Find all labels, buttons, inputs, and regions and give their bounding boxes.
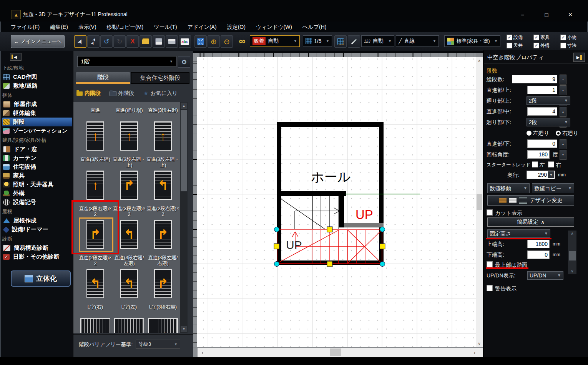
subtab-outer-stairs[interactable]: 外階段 — [110, 90, 134, 97]
starter-left-checkbox[interactable] — [532, 161, 538, 168]
winder-bottom-dropdown[interactable]: 2段▼ — [527, 118, 570, 126]
tab-apartment-outer-stairs[interactable]: 集合住宅外階段 — [131, 72, 189, 84]
sidebar-item-curtain[interactable]: カーテン — [2, 154, 72, 163]
straight-top-input[interactable] — [527, 86, 557, 94]
barrier-free-dropdown[interactable]: 等級3▼ — [136, 340, 180, 349]
multi-select-tool-button[interactable]: ➤➤ — [87, 35, 100, 48]
menu-help[interactable]: ヘルプ(H) — [302, 24, 326, 31]
open-button[interactable] — [140, 35, 152, 48]
menu-view[interactable]: 表示(V) — [78, 24, 96, 31]
text-abc-button[interactable]: abc — [179, 35, 191, 48]
top-height-input[interactable] — [527, 240, 550, 248]
menu-tools[interactable]: ツール(T) — [154, 24, 177, 31]
sidebar-item-room-create[interactable]: 部屋作成 — [2, 100, 72, 109]
warning-checkbox[interactable] — [487, 285, 493, 291]
stair-item[interactable]: 直進(2段左廻)×2↰ — [78, 255, 112, 298]
turn-right-radio[interactable]: 右廻り — [556, 128, 578, 138]
scroll-down-icon[interactable]: ∨ — [476, 340, 483, 347]
select-tool-button[interactable]: ➤ — [74, 35, 86, 48]
measure-tool-button[interactable] — [348, 35, 360, 48]
bottom-height-input[interactable] — [527, 251, 550, 259]
scrollbar-thumb[interactable] — [181, 110, 187, 191]
subtab-favorites[interactable]: ★お気に入り — [143, 90, 178, 97]
canvas-vertical-scrollbar[interactable]: ∧ ∨ — [476, 57, 483, 347]
menu-addin[interactable]: アドイン(A) — [188, 24, 217, 31]
tab-stairs[interactable]: 階段 — [76, 72, 130, 84]
scroll-down-icon[interactable]: ∨ — [568, 268, 576, 274]
stair-item[interactable]: 直進(3段左廻・上)↰ — [146, 157, 180, 200]
sidebar-item-exterior[interactable]: 外構 — [2, 189, 72, 198]
sidebar-item-dormer[interactable]: 設備/ドーマー — [2, 225, 72, 234]
straight-bottom-input[interactable] — [527, 139, 557, 148]
redo-button[interactable]: ↻ — [113, 35, 126, 48]
menu-edit[interactable]: 編集(E) — [50, 24, 68, 31]
menu-settings[interactable]: 設定(O) — [227, 24, 246, 31]
minimize-button[interactable]: − — [514, 9, 532, 20]
render-style-dropdown[interactable]: 標準(家具・塗)▼ — [444, 35, 500, 47]
maximize-button[interactable]: □ — [538, 9, 555, 20]
zoom-in-button[interactable]: ⊕ — [208, 35, 220, 48]
sidebar-item-cad[interactable]: CAD作図 — [2, 73, 72, 81]
design-change-button[interactable]: デザイン変更 — [487, 195, 574, 206]
floor-select-dropdown[interactable]: 1階▼ — [77, 56, 176, 67]
sidebar-collapse-button[interactable]: ◀ — [10, 53, 22, 61]
scroll-right-icon[interactable]: › — [470, 348, 479, 357]
scroll-up-icon[interactable]: ▲ — [181, 103, 187, 109]
sidebar-item-structure-diagnosis[interactable]: 簡易構造診断 — [2, 244, 72, 252]
line-style-dropdown[interactable]: ╱ 直線▼ — [396, 35, 439, 47]
height-mode-dropdown[interactable]: 固定高さ▼ — [487, 229, 550, 238]
toggle-small-items[interactable]: ✓小物 — [560, 33, 587, 41]
sidebar-item-roof-create[interactable]: 屋根作成 — [2, 216, 72, 225]
scroll-up-icon[interactable]: ∧ — [568, 231, 576, 237]
close-button[interactable]: × — [561, 9, 579, 20]
canvas-horizontal-scrollbar[interactable]: ‹ › — [193, 348, 483, 357]
sidebar-item-lighting[interactable]: 照明・天井器具 — [2, 180, 72, 189]
stair-item[interactable]: 直進(2段右廻)×2↱ — [146, 206, 180, 249]
stair-item[interactable]: 直進(3段右廻)↑ — [146, 108, 180, 151]
scrollbar-thumb[interactable] — [569, 251, 576, 260]
stair-item[interactable]: 直進(3段右廻・上)↱ — [112, 157, 146, 200]
dimension-mode-dropdown[interactable]: 123 自動▼ — [361, 35, 394, 47]
stair-item-l-left[interactable]: L字(左)← — [112, 304, 146, 333]
menu-file[interactable]: ファイル(F) — [11, 24, 40, 31]
undo-button[interactable]: ↺ — [100, 35, 113, 48]
stair-item[interactable]: 直進(3段左廻)↑ — [78, 157, 112, 200]
delete-button[interactable]: X — [126, 35, 139, 48]
continuous-input-button[interactable]: ∞ — [236, 35, 248, 47]
stair-item-l-right[interactable]: L字(右)→ — [78, 304, 112, 333]
sidebar-item-furniture[interactable]: 家具 — [2, 171, 72, 180]
stepper[interactable]: ▲▼ — [560, 85, 566, 95]
starter-right-checkbox[interactable] — [548, 161, 554, 168]
scroll-down-icon[interactable]: ▼ — [181, 326, 187, 332]
toggle-furniture[interactable]: ✓家具 — [533, 33, 560, 41]
toggle-exterior[interactable]: ✓外構 — [533, 41, 560, 50]
stepper[interactable]: ▲▼ — [560, 75, 566, 84]
stair-list-scrollbar[interactable]: ▲ ▼ — [180, 102, 188, 333]
stair-item-l-winder[interactable]: L字(3段右廻)→ — [146, 304, 180, 333]
stair-item[interactable]: 直進(3段左廻/右廻)↱ — [146, 255, 180, 298]
grid-scale-dropdown[interactable]: 1/5▼ — [303, 35, 332, 47]
numeric-copy-dropdown[interactable]: 数値コピー▼ — [532, 183, 574, 193]
menu-window[interactable]: ウィンドウ(W) — [256, 24, 292, 31]
toggle-ceiling[interactable]: 天井 — [507, 41, 533, 50]
scrollbar-thumb[interactable] — [477, 194, 482, 210]
straight-mid-input[interactable] — [527, 107, 557, 116]
stepper[interactable]: ▲▼ — [560, 107, 566, 116]
zoom-out-button[interactable]: ⊖ — [221, 35, 233, 48]
stair-item-straight[interactable]: 直進↑ — [78, 108, 112, 151]
total-steps-input[interactable] — [512, 75, 557, 83]
main-menu-button[interactable]: ←メインメニューへ — [11, 35, 65, 48]
toggle-equipment[interactable]: ✓設備 — [507, 33, 533, 41]
menu-move-copy[interactable]: 移動/コピー(M) — [107, 24, 144, 31]
toggle-dimensions[interactable]: 寸法 — [560, 41, 587, 50]
to-3d-button[interactable]: 立体化 — [11, 270, 71, 287]
subtab-inner-stairs[interactable]: 内階段 — [76, 90, 101, 97]
print-button[interactable] — [166, 35, 178, 48]
stair-item[interactable]: 直進(3段右廻/左廻)↰ — [112, 255, 146, 298]
sidebar-item-site-road[interactable]: 敷地/道路 — [2, 81, 72, 90]
rotation-input[interactable] — [527, 150, 550, 159]
props-sub-scrollbar[interactable]: ∧ ∨ — [568, 231, 576, 274]
sidebar-item-shadow-diagnosis[interactable]: ✓日影・その他診断 — [2, 252, 72, 261]
snap-mode-dropdown[interactable]: 吸着 自動▼ — [250, 35, 300, 47]
scroll-left-icon[interactable]: ‹ — [198, 348, 207, 357]
